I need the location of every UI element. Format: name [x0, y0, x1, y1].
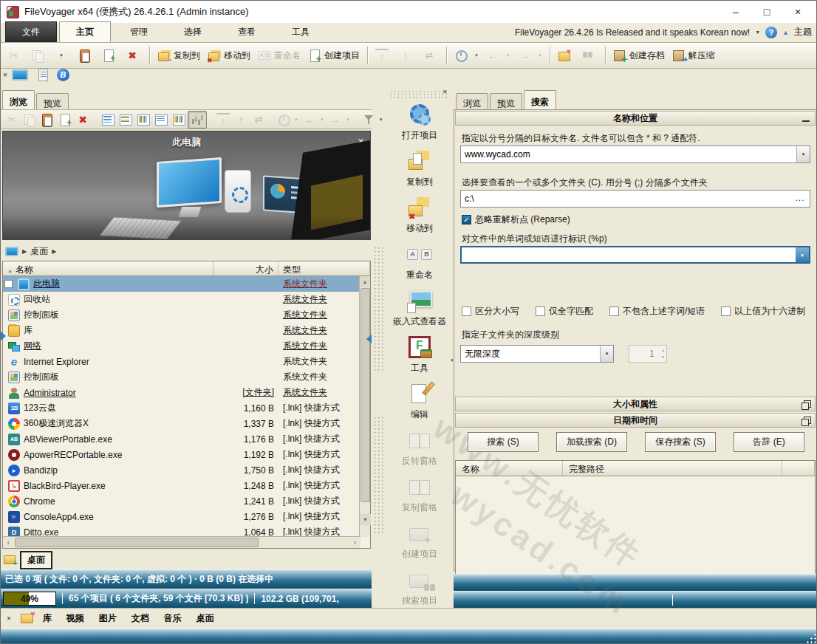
file-type[interactable]: 系统文件夹: [278, 278, 370, 290]
chevron-down-icon[interactable]: ▼: [796, 247, 809, 262]
results-column-path[interactable]: 完整路径: [563, 461, 782, 476]
copy-dropdown-caret-icon[interactable]: [51, 47, 75, 64]
save-search-button[interactable]: 保存搜索 (S): [645, 432, 716, 452]
file-type[interactable]: 系统文件夹: [278, 340, 370, 352]
embedded-viewer-button[interactable]: 嵌入式查看器: [388, 286, 451, 332]
column-header-type[interactable]: 类型: [278, 261, 370, 275]
minimize-button[interactable]: –: [720, 1, 751, 23]
view-list-icons-icon[interactable]: [117, 112, 134, 128]
maximize-button[interactable]: □: [751, 1, 782, 23]
checkbox-icon[interactable]: [609, 306, 619, 316]
open-item-button[interactable]: 打开项目: [388, 100, 451, 146]
resize-grip-icon[interactable]: [804, 631, 816, 643]
table-row[interactable]: ConsoleApp4.exe 1,276 B [.lnk] 快捷方式: [3, 509, 370, 524]
scroll-left-icon[interactable]: ‹: [3, 537, 14, 548]
breadcrumb-arrow-icon[interactable]: ▶: [52, 248, 56, 255]
left-tab-browse[interactable]: 浏览: [2, 90, 35, 112]
scroll-down-icon[interactable]: ▼: [360, 514, 371, 525]
extract-button[interactable]: 解压缩: [669, 47, 719, 64]
move-to-pane-button[interactable]: 移动到: [388, 193, 451, 239]
find-icon[interactable]: [578, 47, 601, 64]
pane-paste-new-icon[interactable]: [56, 112, 74, 128]
file-type[interactable]: [.lnk] 快捷方式: [278, 433, 370, 445]
browse-folders-button[interactable]: ...: [790, 191, 810, 207]
file-type[interactable]: [.lnk] 快捷方式: [278, 402, 370, 414]
checkbox-icon[interactable]: [721, 306, 731, 316]
file-type[interactable]: [.lnk] 快捷方式: [278, 448, 370, 461]
file-name[interactable]: BlackBird-Player.exe: [24, 481, 106, 491]
table-row[interactable]: Internet Explorer 系统文件夹: [3, 354, 370, 369]
theme-menu[interactable]: 主题: [794, 26, 812, 38]
copy-icon[interactable]: [27, 47, 51, 64]
go-top-icon[interactable]: [372, 47, 395, 64]
checkbox-icon[interactable]: [536, 306, 545, 316]
copy-pane-button[interactable]: 复制窗格: [388, 472, 451, 518]
file-type[interactable]: [.lnk] 快捷方式: [278, 526, 370, 537]
table-row[interactable]: 控制面板 系统文件夹: [3, 307, 370, 323]
file-type[interactable]: [.lnk] 快捷方式: [278, 495, 370, 507]
checkbox-icon[interactable]: [462, 306, 471, 316]
option-hex-value[interactable]: 以上值为十六进制: [721, 305, 805, 318]
scrollbar-thumb[interactable]: [15, 538, 259, 547]
chevron-down-icon[interactable]: ▼: [600, 346, 613, 362]
table-row[interactable]: 回收站 系统文件夹: [3, 292, 370, 307]
pane-go-up-icon[interactable]: [232, 112, 250, 128]
splitter-expand-icon[interactable]: [1, 332, 6, 340]
group-date-time[interactable]: 日期和时间: [455, 413, 816, 428]
file-name[interactable]: 回收站: [24, 293, 50, 306]
table-row[interactable]: Ditto.exe 1,064 B [.lnk] 快捷方式: [3, 524, 370, 537]
file-type[interactable]: 系统文件夹: [278, 293, 370, 306]
view-details-icon[interactable]: [99, 112, 117, 128]
folders-field[interactable]: ...: [460, 190, 810, 208]
reparse-checkbox[interactable]: 忽略重解析点 (Reparse): [462, 213, 570, 226]
help-icon[interactable]: ?: [765, 27, 777, 38]
news-link[interactable]: FileVoyager 26.4.26 Is Released and it s…: [515, 27, 750, 38]
file-name[interactable]: ApowerRECPortable.exe: [24, 450, 122, 460]
horizontal-scrollbar[interactable]: ‹ ›: [3, 536, 360, 548]
option-exclude-phrase[interactable]: 不包含上述字词/短语: [609, 305, 705, 318]
pane-swap-icon[interactable]: [250, 112, 267, 128]
link-documents[interactable]: 文档: [129, 611, 151, 626]
option-case-sensitive[interactable]: 区分大小写: [462, 305, 519, 318]
favorites-icon[interactable]: [554, 47, 578, 64]
tools-button[interactable]: 工具: [388, 332, 451, 379]
scroll-up-icon[interactable]: ▲: [360, 276, 370, 287]
breadcrumb-location[interactable]: 桌面: [30, 245, 48, 258]
option-whole-word[interactable]: 仅全字匹配: [536, 305, 593, 318]
bluetooth-tab-icon[interactable]: B: [57, 69, 69, 81]
file-type[interactable]: [.lnk] 快捷方式: [278, 417, 370, 430]
pane-go-top-icon[interactable]: [214, 112, 232, 128]
file-name[interactable]: Chrome: [24, 496, 55, 507]
go-up-icon[interactable]: [395, 47, 419, 64]
file-name[interactable]: 网络: [24, 340, 41, 352]
create-item-button[interactable]: 创建项目: [304, 47, 363, 64]
file-name[interactable]: Administrator: [24, 388, 76, 398]
toolbar-drag-grip[interactable]: [389, 91, 448, 100]
file-name[interactable]: ConsoleApp4.exe: [24, 512, 94, 522]
table-row[interactable]: 此电脑 系统文件夹: [3, 276, 370, 292]
ribbon-tab-home[interactable]: 主页: [59, 21, 111, 42]
row-checkbox[interactable]: [4, 280, 13, 288]
table-row[interactable]: 库 系统文件夹: [3, 323, 370, 338]
ribbon-tab-tools[interactable]: 工具: [275, 21, 327, 42]
move-to-button[interactable]: 移动到: [204, 47, 254, 64]
phrase-input[interactable]: [462, 247, 796, 262]
group-size-attributes[interactable]: 大小和属性: [455, 397, 816, 411]
table-row[interactable]: 网络 系统文件夹: [3, 338, 370, 354]
pane-close-icon[interactable]: ×: [1, 71, 10, 79]
toolbar-close-icon[interactable]: ×: [442, 88, 447, 96]
link-videos[interactable]: 视频: [64, 611, 86, 626]
phrase-combo[interactable]: ▼: [460, 246, 810, 264]
depth-combo[interactable]: ▼: [460, 345, 614, 363]
paste-icon[interactable]: [75, 47, 98, 64]
news-dropdown-caret-icon[interactable]: ▼: [755, 30, 760, 35]
file-name[interactable]: 123云盘: [24, 402, 56, 414]
vertical-scrollbar[interactable]: ▲ ▼: [359, 276, 370, 537]
search-item-button[interactable]: 搜索项目: [388, 565, 451, 612]
pane-copy-icon[interactable]: [21, 112, 38, 128]
breadcrumb-arrow-icon[interactable]: ▶: [22, 248, 27, 255]
pane-cut-icon[interactable]: [3, 112, 21, 128]
pane-forward-icon[interactable]: [327, 112, 352, 128]
file-name[interactable]: 库: [24, 324, 33, 337]
restore-group-icon[interactable]: [801, 416, 811, 425]
